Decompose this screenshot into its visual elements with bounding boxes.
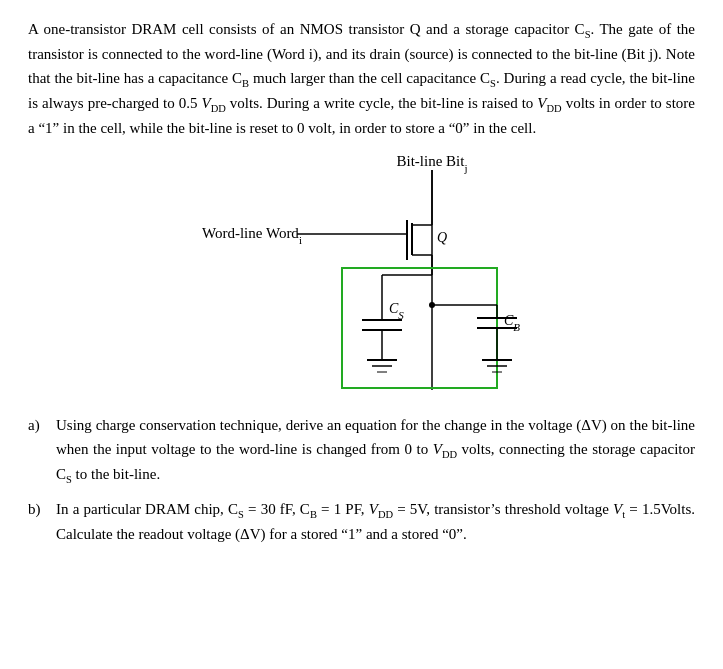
cb-sub-b: B <box>310 509 317 520</box>
cs-sub-b: S <box>238 509 244 520</box>
vt-sub-b: t <box>622 509 625 520</box>
question-a: a) Using charge conservation technique, … <box>28 414 695 488</box>
svg-text:CS: CS <box>389 301 404 321</box>
question-b: b) In a particular DRAM chip, CS = 30 fF… <box>28 498 695 547</box>
svg-point-32 <box>429 302 435 308</box>
cs-sub-2: S <box>490 78 496 89</box>
cs-sub-1: S <box>585 29 591 40</box>
q-a-label: a) <box>28 414 56 488</box>
q-a-text: Using charge conservation technique, der… <box>56 414 695 488</box>
vdd-sub-b: DD <box>378 509 393 520</box>
main-content: A one-transistor DRAM cell consists of a… <box>28 18 695 547</box>
circuit-svg: Bit-line Bitj Word-line Wordi <box>142 150 582 400</box>
q-b-label: b) <box>28 498 56 547</box>
q-b-text: In a particular DRAM chip, CS = 30 fF, C… <box>56 498 695 547</box>
svg-text:Q: Q <box>437 230 447 245</box>
svg-rect-12 <box>342 268 497 388</box>
vdd-sub-2: DD <box>546 103 561 114</box>
svg-text:CB: CB <box>504 313 520 333</box>
intro-paragraph: A one-transistor DRAM cell consists of a… <box>28 18 695 140</box>
questions-section: a) Using charge conservation technique, … <box>28 414 695 546</box>
svg-text:Word-line Wordi: Word-line Wordi <box>202 225 302 246</box>
cb-sub-1: B <box>242 78 249 89</box>
vdd-sub-a: DD <box>442 449 457 460</box>
vdd-sub-1: DD <box>211 103 226 114</box>
cs-sub-a: S <box>66 474 72 485</box>
circuit-diagram: Bit-line Bitj Word-line Wordi <box>28 150 695 400</box>
